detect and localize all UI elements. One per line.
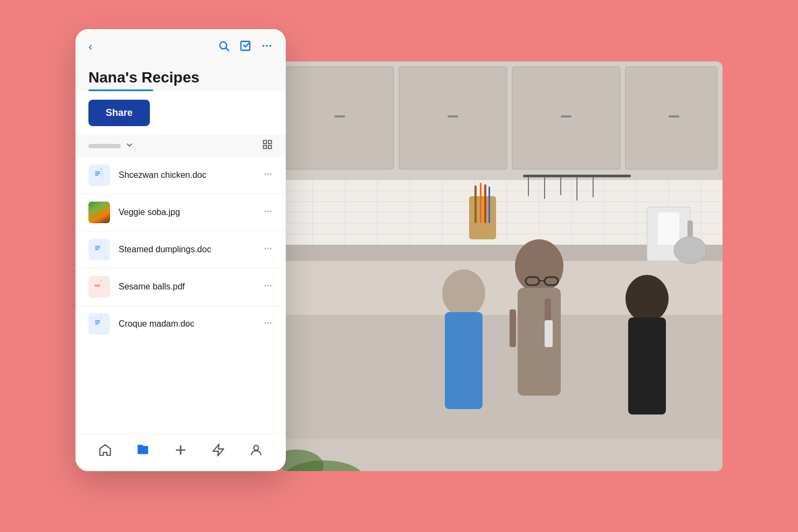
svg-point-51 bbox=[625, 275, 669, 322]
title-underline bbox=[88, 89, 153, 91]
svg-point-65 bbox=[263, 45, 265, 47]
svg-rect-32 bbox=[469, 196, 496, 239]
svg-point-94 bbox=[270, 285, 272, 286]
svg-rect-44 bbox=[658, 212, 679, 245]
file-name: Croque madam.doc bbox=[119, 319, 263, 329]
svg-rect-50 bbox=[445, 312, 483, 409]
svg-point-99 bbox=[264, 322, 266, 323]
svg-point-66 bbox=[266, 45, 268, 47]
svg-point-89 bbox=[270, 247, 272, 249]
select-icon[interactable] bbox=[239, 40, 251, 54]
nav-profile-icon[interactable] bbox=[249, 443, 263, 460]
svg-rect-5 bbox=[625, 67, 717, 169]
doc-file-icon bbox=[88, 313, 110, 335]
file-name: Steamed dumplings.doc bbox=[119, 245, 263, 254]
svg-rect-4 bbox=[512, 67, 620, 169]
svg-rect-2 bbox=[286, 67, 394, 169]
svg-point-93 bbox=[267, 285, 269, 286]
svg-point-100 bbox=[267, 322, 269, 323]
back-button[interactable]: ‹ bbox=[88, 40, 92, 54]
bottom-nav bbox=[75, 434, 286, 471]
svg-rect-8 bbox=[561, 115, 572, 118]
svg-point-45 bbox=[674, 237, 706, 264]
title-area: Nana's Recipes bbox=[75, 60, 286, 92]
list-item[interactable]: Veggie soba.jpg bbox=[75, 194, 286, 231]
grid-view-icon[interactable] bbox=[262, 139, 273, 153]
svg-rect-37 bbox=[523, 175, 631, 177]
svg-point-82 bbox=[270, 210, 272, 212]
svg-rect-68 bbox=[264, 141, 267, 144]
folder-title: Nana's Recipes bbox=[88, 68, 273, 87]
svg-rect-69 bbox=[269, 141, 272, 144]
svg-rect-33 bbox=[474, 185, 477, 223]
doc-file-icon bbox=[88, 239, 110, 260]
svg-marker-104 bbox=[213, 444, 224, 456]
svg-rect-48 bbox=[518, 288, 561, 396]
kitchen-photo bbox=[280, 61, 723, 471]
svg-point-87 bbox=[264, 247, 266, 249]
file-more-icon[interactable] bbox=[263, 244, 273, 256]
svg-rect-58 bbox=[545, 320, 553, 347]
header-icons bbox=[218, 40, 273, 54]
pdf-file-icon: PDF bbox=[88, 276, 110, 298]
search-icon[interactable] bbox=[218, 40, 230, 54]
scene: ‹ bbox=[75, 29, 723, 503]
more-icon[interactable] bbox=[261, 40, 273, 54]
image-file-icon bbox=[88, 202, 110, 223]
svg-rect-7 bbox=[448, 115, 458, 118]
svg-point-80 bbox=[264, 210, 266, 212]
svg-rect-3 bbox=[399, 67, 507, 169]
sort-chevron-icon[interactable] bbox=[125, 141, 134, 151]
svg-point-77 bbox=[264, 173, 266, 175]
svg-point-105 bbox=[254, 445, 259, 450]
filter-bar bbox=[88, 144, 121, 148]
svg-line-63 bbox=[226, 48, 229, 51]
svg-rect-6 bbox=[334, 115, 345, 118]
svg-rect-83 bbox=[94, 242, 101, 253]
svg-rect-52 bbox=[628, 317, 666, 414]
svg-rect-35 bbox=[484, 184, 486, 223]
mobile-panel: ‹ bbox=[75, 29, 286, 471]
svg-text:PDF: PDF bbox=[95, 284, 100, 287]
nav-home-icon[interactable] bbox=[98, 443, 112, 460]
file-more-icon[interactable] bbox=[263, 281, 273, 293]
file-name: Sesame balls.pdf bbox=[119, 282, 263, 292]
nav-add-icon[interactable] bbox=[174, 443, 188, 460]
nav-files-icon[interactable] bbox=[136, 443, 150, 460]
toolbar-row bbox=[75, 135, 286, 157]
panel-header: ‹ bbox=[75, 29, 286, 60]
list-item[interactable]: Steamed dumplings.doc bbox=[75, 231, 286, 268]
svg-point-79 bbox=[270, 173, 272, 175]
list-item[interactable]: Croque madam.doc bbox=[75, 306, 286, 342]
svg-rect-9 bbox=[669, 115, 679, 118]
svg-rect-46 bbox=[687, 220, 693, 237]
file-name: Veggie soba.jpg bbox=[119, 208, 263, 217]
svg-rect-73 bbox=[94, 168, 101, 178]
svg-rect-64 bbox=[241, 41, 250, 50]
svg-point-49 bbox=[442, 270, 485, 317]
toolbar-left bbox=[88, 141, 134, 151]
svg-rect-95 bbox=[94, 316, 101, 327]
file-more-icon[interactable] bbox=[263, 169, 273, 182]
file-list: Shcezwan chicken.doc Veggie soba.jpg bbox=[75, 157, 286, 433]
svg-point-88 bbox=[267, 247, 269, 249]
svg-rect-71 bbox=[269, 146, 272, 149]
svg-rect-36 bbox=[489, 186, 490, 223]
list-item[interactable]: Shcezwan chicken.doc bbox=[75, 157, 286, 194]
list-item[interactable]: PDF Sesame balls.pdf bbox=[75, 268, 286, 306]
file-more-icon[interactable] bbox=[263, 206, 273, 219]
svg-rect-57 bbox=[510, 309, 516, 347]
svg-point-78 bbox=[267, 173, 269, 175]
doc-file-icon bbox=[88, 164, 110, 186]
svg-point-81 bbox=[267, 210, 269, 212]
svg-rect-70 bbox=[264, 146, 267, 149]
svg-point-67 bbox=[270, 45, 272, 47]
file-more-icon[interactable] bbox=[263, 318, 273, 330]
svg-rect-34 bbox=[480, 183, 481, 223]
svg-point-92 bbox=[264, 285, 266, 286]
svg-point-101 bbox=[270, 322, 272, 323]
share-button[interactable]: Share bbox=[88, 100, 150, 126]
nav-activity-icon[interactable] bbox=[211, 443, 225, 460]
file-name: Shcezwan chicken.doc bbox=[119, 170, 263, 180]
